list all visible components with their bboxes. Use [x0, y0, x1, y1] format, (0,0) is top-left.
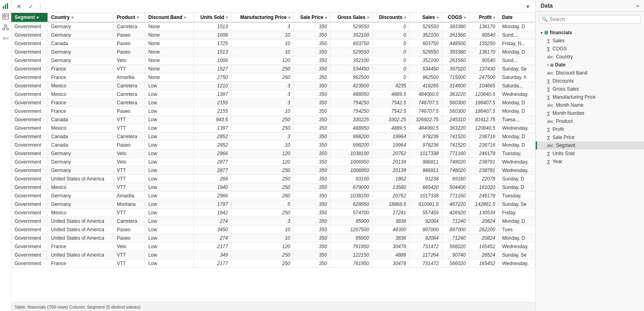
dropdown-button[interactable]: ▾	[523, 2, 532, 11]
table-cell: 1006950	[330, 166, 373, 175]
table-cell: Wednesday,	[499, 90, 535, 99]
col-header-segment[interactable]: Segment ▾	[11, 13, 47, 22]
field-item[interactable]: ∑Month Number	[536, 109, 644, 117]
col-header-profit[interactable]: Profit ▾	[469, 13, 498, 22]
table-cell: 2177	[194, 259, 231, 268]
col-header-sales[interactable]: Sales ▾	[409, 13, 442, 22]
field-item[interactable]: ∑Manufacturing Price	[536, 93, 644, 101]
table-cell: 2852	[194, 133, 231, 141]
table-cell: Government	[11, 56, 47, 65]
dax-icon[interactable]: DAX	[1, 33, 10, 42]
table-cell: 349	[194, 251, 231, 259]
table-cell: 4886	[372, 251, 409, 259]
table-cell: 92064	[409, 234, 442, 243]
field-label: Gross Sales	[553, 86, 579, 92]
field-item[interactable]: ∑Sale Price	[536, 133, 644, 141]
units-sold-filter-icon[interactable]: ▾	[226, 15, 228, 20]
discount-band-filter-icon[interactable]: ▾	[184, 15, 186, 20]
close-button[interactable]: ✕	[14, 2, 23, 11]
sigma-icon: ∑	[547, 79, 550, 83]
country-filter-icon[interactable]: ▾	[71, 15, 73, 20]
segment-filter-icon[interactable]: ▾	[37, 15, 39, 20]
col-header-units-sold[interactable]: Units Sold ▾	[194, 13, 231, 22]
sales-filter-icon[interactable]: ▾	[437, 15, 439, 20]
table-cell: 4235	[372, 82, 409, 90]
field-item[interactable]: abcMonth Name	[536, 101, 644, 109]
table-cell: 350	[294, 22, 330, 31]
table-cell: Mexico	[47, 183, 113, 192]
field-item[interactable]: abcProduct	[536, 117, 644, 125]
field-label: Units Sold	[553, 151, 575, 156]
col-header-gross-sales[interactable]: Gross Sales ▾	[330, 13, 373, 22]
table-cell: United States of America	[47, 251, 113, 259]
table-cell: Sunday, Se	[499, 251, 535, 259]
table-cell: 71240	[442, 217, 469, 226]
table-cell: Government	[11, 22, 47, 31]
table-cell: 504400	[442, 183, 469, 192]
table-container[interactable]: Segment ▾ Country ▾ Product ▾	[11, 13, 535, 302]
table-cell: Canada	[47, 141, 113, 149]
table-cell: 350	[294, 234, 330, 243]
table-cell: 350	[294, 200, 330, 209]
table-cell: Germany	[47, 200, 113, 209]
sale-price-filter-icon[interactable]: ▾	[325, 15, 327, 20]
col-header-product[interactable]: Product ▾	[114, 13, 145, 22]
col-header-manufacturing-price[interactable]: Manufacturing Price ▾	[231, 13, 294, 22]
table-cell: Government	[11, 124, 47, 133]
col-header-cogs[interactable]: COGS ▾	[442, 13, 469, 22]
table-cell: Government	[11, 217, 47, 226]
table-icon[interactable]	[1, 12, 10, 21]
field-group-header[interactable]: ▾⊞financials	[536, 29, 644, 37]
check-button[interactable]: ✓	[27, 2, 35, 11]
search-box: 🔍	[539, 15, 641, 24]
discounts-filter-icon[interactable]: ▾	[404, 15, 406, 20]
col-header-date[interactable]: Date	[499, 13, 535, 22]
table-cell: 748020	[442, 166, 469, 175]
table-cell: Government	[11, 73, 47, 82]
gross-sales-filter-icon[interactable]: ▾	[367, 15, 369, 20]
table-cell: 186407.5	[469, 99, 498, 107]
model-icon[interactable]	[1, 23, 10, 31]
table-cell: 998200	[330, 141, 373, 149]
table-cell: 274	[194, 217, 231, 226]
table-cell: 250	[231, 209, 294, 217]
table-row: GovernmentCanadaVTTLow943.52503503302253…	[11, 116, 535, 124]
search-input[interactable]	[549, 17, 638, 22]
field-item[interactable]: ∑Year	[536, 158, 644, 166]
field-item[interactable]: ∑Profit	[536, 125, 644, 133]
table-row: GovernmentGermanyVeloLow2877120350100695…	[11, 158, 535, 166]
field-label: Segment	[556, 143, 575, 148]
field-item[interactable]: ∑Units Sold	[536, 149, 644, 158]
table-cell: Low	[145, 200, 194, 209]
field-item[interactable]: abcDiscount Band	[536, 69, 644, 77]
table-cell: 350	[294, 39, 330, 48]
table-cell: 628950	[330, 200, 373, 209]
field-item[interactable]: abcCountry	[536, 53, 644, 61]
col-header-country[interactable]: Country ▾	[47, 13, 113, 22]
table-cell: 746707.5	[409, 107, 442, 116]
col-header-discount-band[interactable]: Discount Band ▾	[145, 13, 194, 22]
field-item[interactable]: abcSegment	[536, 141, 644, 149]
mfg-price-filter-icon[interactable]: ▾	[288, 15, 290, 20]
table-cell: 350	[294, 251, 330, 259]
table-cell: Government	[11, 90, 47, 99]
panel-close-icon[interactable]: »	[636, 2, 639, 9]
field-item[interactable]: ∑Gross Sales	[536, 85, 644, 93]
date-group-header[interactable]: ›⊞ Date	[536, 61, 644, 69]
col-header-sale-price[interactable]: Sale Price ▾	[294, 13, 330, 22]
table-cell: Monday, D	[499, 48, 535, 56]
chart-icon[interactable]	[1, 2, 10, 10]
table-cell: 534450	[330, 65, 373, 73]
field-item[interactable]: ∑Sales	[536, 37, 644, 45]
field-item[interactable]: ∑Discounts	[536, 77, 644, 85]
cogs-filter-icon[interactable]: ▾	[464, 15, 466, 20]
table-cell: Monday, D	[499, 107, 535, 116]
table-cell: United States of America	[47, 234, 113, 243]
profit-filter-icon[interactable]: ▾	[493, 15, 495, 20]
field-item[interactable]: ∑COGS	[536, 45, 644, 53]
product-filter-icon[interactable]: ▾	[137, 15, 139, 20]
table-cell: 262200	[469, 226, 498, 234]
table-cell: VTT	[114, 65, 145, 73]
col-header-discounts[interactable]: Discounts ▾	[372, 13, 409, 22]
table-cell: Germany	[47, 158, 113, 166]
